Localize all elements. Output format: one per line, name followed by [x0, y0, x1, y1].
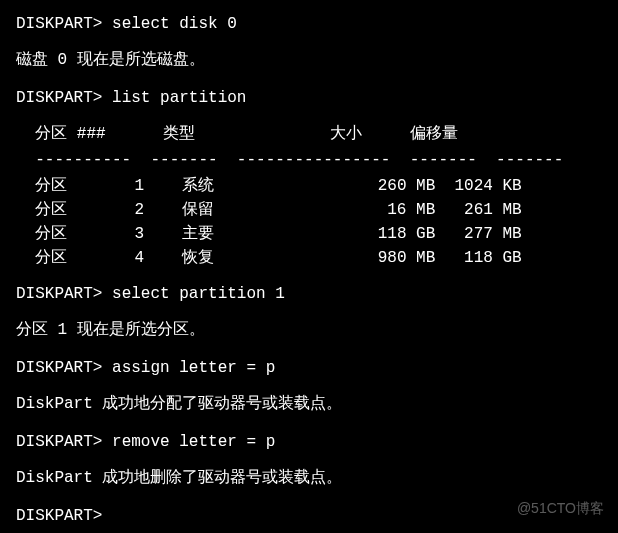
cmd-line-5: DISKPART> remove letter = p [16, 430, 602, 454]
blank [16, 380, 602, 392]
cmd-line-3: DISKPART> select partition 1 [16, 282, 602, 306]
response-1: 磁盘 0 现在是所选磁盘。 [16, 48, 602, 72]
prompt: DISKPART> [16, 507, 102, 525]
blank [16, 36, 602, 48]
response-5: DiskPart 成功地删除了驱动器号或装载点。 [16, 466, 602, 490]
col-type: 类型 [163, 125, 195, 143]
table-row: 分区 3 主要 118 GB 277 MB [16, 222, 602, 246]
blank [16, 270, 602, 282]
partition-table-divider: ---------- ------- ---------------- ----… [16, 148, 602, 172]
command-text: select partition 1 [112, 285, 285, 303]
blank [16, 418, 602, 430]
blank [16, 344, 602, 356]
command-text: select disk 0 [112, 15, 237, 33]
blank [16, 110, 602, 122]
prompt: DISKPART> [16, 285, 102, 303]
table-row: 分区 2 保留 16 MB 261 MB [16, 198, 602, 222]
table-row: 分区 4 恢复 980 MB 118 GB [16, 246, 602, 270]
response-4: DiskPart 成功地分配了驱动器号或装载点。 [16, 392, 602, 416]
blank [16, 492, 602, 504]
prompt: DISKPART> [16, 89, 102, 107]
col-offset: 偏移量 [410, 125, 458, 143]
table-row: 分区 1 系统 260 MB 1024 KB [16, 174, 602, 198]
cmd-line-2: DISKPART> list partition [16, 86, 602, 110]
blank [16, 306, 602, 318]
partition-table-header: 分区 ### 类型 大小 偏移量 [16, 122, 602, 146]
cmd-line-1: DISKPART> select disk 0 [16, 12, 602, 36]
cmd-line-active[interactable]: DISKPART> [16, 504, 602, 528]
watermark: @51CTO博客 [517, 498, 604, 519]
blank [16, 74, 602, 86]
cmd-line-4: DISKPART> assign letter = p [16, 356, 602, 380]
prompt: DISKPART> [16, 433, 102, 451]
command-text: remove letter = p [112, 433, 275, 451]
blank [16, 454, 602, 466]
command-text: list partition [112, 89, 246, 107]
prompt: DISKPART> [16, 15, 102, 33]
prompt: DISKPART> [16, 359, 102, 377]
col-partition: 分区 [35, 125, 67, 143]
response-3: 分区 1 现在是所选分区。 [16, 318, 602, 342]
command-text: assign letter = p [112, 359, 275, 377]
col-size: 大小 [330, 125, 362, 143]
col-hash: ### [77, 125, 106, 143]
